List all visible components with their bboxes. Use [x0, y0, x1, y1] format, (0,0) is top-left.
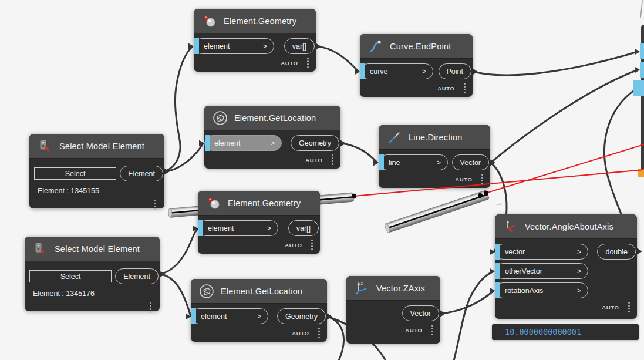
output-port-geometry[interactable]: Geometry: [291, 135, 339, 151]
output-port-double[interactable]: double: [597, 244, 636, 260]
port-accent: [495, 263, 500, 279]
output-port-vector[interactable]: Vector: [402, 305, 439, 321]
angle-vectors-icon: [503, 219, 518, 234]
location-box-icon: [199, 284, 214, 299]
menu-dots-icon[interactable]: [480, 173, 484, 186]
output-port-vector[interactable]: Vector: [452, 154, 489, 170]
chevron-icon: >: [569, 248, 581, 256]
port-label: var[]: [292, 42, 306, 51]
input-port-othervector[interactable]: otherVector >: [495, 263, 588, 279]
node-header[interactable]: Element.GetLocation: [191, 279, 327, 304]
menu-dots-icon[interactable]: [627, 301, 631, 314]
menu-dots-icon[interactable]: [331, 153, 335, 166]
output-port-point[interactable]: Point: [439, 63, 472, 79]
output-port-element[interactable]: Element: [120, 166, 163, 181]
node-header[interactable]: Line.Direction: [379, 125, 490, 150]
input-port-vector[interactable]: vector >: [495, 244, 588, 260]
input-port-element[interactable]: element >: [198, 220, 278, 236]
lacing-label[interactable]: AUTO: [602, 304, 619, 311]
node-header[interactable]: Curve.EndPoint: [360, 34, 473, 59]
lacing-label[interactable]: AUTO: [305, 157, 322, 163]
lacing-label[interactable]: AUTO: [292, 330, 309, 337]
preview-cylinder-geometry: [384, 190, 490, 234]
wire[interactable]: [160, 228, 198, 274]
port-label: Vector: [410, 309, 431, 318]
chevron-icon: >: [259, 224, 271, 233]
output-port-var[interactable]: var[]: [288, 220, 319, 236]
select-cursor-icon: [33, 241, 48, 257]
select-button[interactable]: Select: [34, 167, 116, 180]
chevron-icon: >: [414, 68, 426, 76]
edge-orange-port[interactable]: [638, 169, 644, 177]
menu-dots-icon[interactable]: [306, 56, 310, 69]
wire[interactable]: [165, 143, 203, 171]
edge-input-port[interactable]: [640, 43, 644, 59]
node-select-model-element-1[interactable]: Select Model Element Select Element Elem…: [29, 134, 164, 208]
menu-dots-icon[interactable]: [153, 198, 157, 211]
node-element-geometry-1[interactable]: Element.Geometry element > var[] AUTO: [194, 9, 316, 72]
wire[interactable]: [341, 143, 377, 163]
node-element-geometry-2[interactable]: Element.Geometry element > var[] AUTO: [198, 191, 320, 254]
input-port-rotationaxis[interactable]: rotationAxis >: [495, 282, 588, 298]
input-port-element[interactable]: element >: [191, 308, 268, 324]
node-element-getlocation-1[interactable]: Element.GetLocation element > Geometry A…: [204, 106, 340, 169]
line-arrow-icon: [387, 130, 402, 145]
menu-dots-icon[interactable]: [463, 82, 467, 95]
wire[interactable]: [441, 291, 494, 314]
edge-input-port[interactable]: [640, 62, 644, 78]
port-label: line: [389, 159, 400, 167]
lacing-label[interactable]: AUTO: [285, 242, 302, 248]
axis-triad-icon: z: [355, 281, 370, 296]
wire[interactable]: [316, 46, 359, 72]
node-header[interactable]: Select Model Element: [29, 134, 164, 159]
lacing-label[interactable]: AUTO: [281, 60, 298, 66]
menu-dots-icon[interactable]: [310, 238, 314, 251]
node-element-getlocation-2[interactable]: Element.GetLocation element > Geometry A…: [191, 279, 327, 342]
wire[interactable]: [454, 271, 494, 360]
wire[interactable]: [160, 274, 191, 317]
input-port-element[interactable]: element >: [194, 38, 274, 54]
node-header[interactable]: Element.GetLocation: [204, 106, 340, 130]
chevron-icon: >: [262, 139, 275, 147]
select-button[interactable]: Select: [29, 270, 112, 282]
input-port-element[interactable]: element >: [204, 135, 282, 151]
chevron-icon: >: [569, 267, 581, 275]
lacing-label[interactable]: AUTO: [455, 176, 472, 183]
node-header[interactable]: Element.Geometry: [194, 9, 316, 33]
node-vector-zaxis[interactable]: z Vector.ZAxis Vector AUTO: [346, 276, 440, 344]
node-curve-endpoint[interactable]: Curve.EndPoint curve > Point AUTO: [360, 34, 473, 97]
wire[interactable]: [491, 70, 638, 163]
node-select-model-element-2[interactable]: Select Model Element Select Element Elem…: [25, 237, 160, 311]
menu-dots-icon[interactable]: [149, 301, 153, 314]
selected-element-value: Element : 1345176: [25, 284, 160, 298]
node-vector-angleaboutaxis[interactable]: Vector.AngleAboutAxis vector > double ot…: [495, 214, 637, 319]
output-port-geometry[interactable]: Geometry: [277, 308, 326, 324]
dynamo-canvas[interactable]: Element.Geometry element > var[] AUTO Cu…: [0, 0, 644, 360]
node-header[interactable]: Element.Geometry: [198, 191, 320, 216]
wire[interactable]: [473, 52, 638, 75]
menu-dots-icon[interactable]: [430, 324, 434, 337]
chevron-icon: >: [429, 159, 441, 167]
menu-dots-icon[interactable]: [317, 327, 321, 339]
input-port-curve[interactable]: curve >: [360, 63, 433, 79]
wire[interactable]: [640, 0, 642, 18]
wire[interactable]: [165, 46, 193, 171]
input-port-line[interactable]: line >: [379, 154, 448, 170]
port-label: curve: [370, 68, 388, 76]
port-accent: [194, 38, 199, 54]
node-header[interactable]: Select Model Element: [25, 237, 160, 261]
port-accent: [379, 154, 384, 170]
output-port-element[interactable]: Element: [115, 268, 159, 284]
node-title: Line.Direction: [409, 133, 462, 142]
lacing-label[interactable]: AUTO: [437, 85, 454, 92]
node-title: Element.GetLocation: [234, 113, 316, 123]
edge-input-port[interactable]: [633, 80, 644, 96]
lacing-label[interactable]: AUTO: [405, 327, 422, 334]
spheres-icon: [202, 14, 217, 29]
wire[interactable]: [328, 317, 343, 360]
output-port-var[interactable]: var[]: [284, 38, 315, 54]
node-header[interactable]: Vector.AngleAboutAxis: [495, 214, 637, 239]
node-line-direction[interactable]: Line.Direction line > Vector AUTO: [379, 125, 490, 188]
node-header[interactable]: z Vector.ZAxis: [346, 276, 440, 301]
spheres-icon: [206, 196, 221, 211]
